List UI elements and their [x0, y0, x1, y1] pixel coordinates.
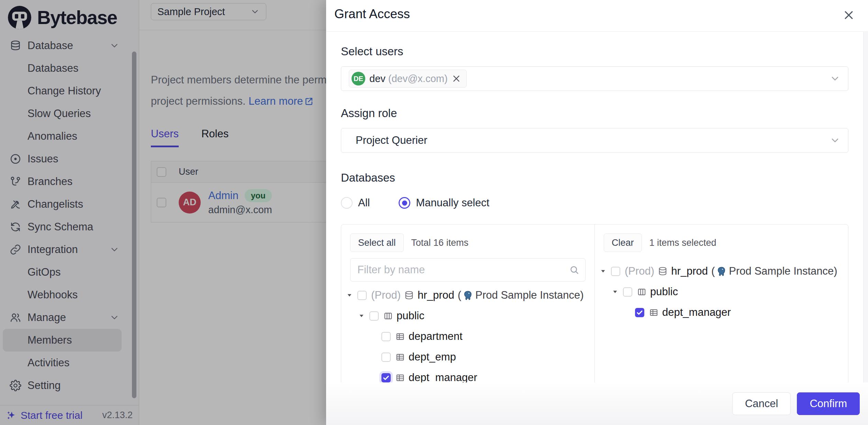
radio-manually-select-label: Manually select [416, 197, 489, 209]
tree-node-public: public [599, 282, 848, 302]
avatar: DE [352, 72, 365, 85]
instance-paren: ( [711, 265, 715, 277]
checkbox-public[interactable] [623, 287, 632, 297]
caret-down-icon[interactable] [599, 267, 607, 275]
schema-icon [383, 311, 393, 321]
database-icon [404, 290, 414, 300]
search-icon [569, 265, 579, 275]
radio-circle-selected [399, 197, 410, 209]
assign-role-select[interactable]: Project Querier [341, 128, 848, 153]
database-scope-radios: All Manually select [341, 197, 848, 209]
database-transfer: Select all Total 16 items (Prod)hr_prod(… [341, 224, 848, 382]
table-name: dept_manager [409, 371, 477, 382]
selected-user-tag: DE dev (dev@x.com) [349, 70, 467, 88]
checkbox-department[interactable] [381, 332, 391, 341]
instance-name: Prod Sample Instance) [729, 265, 837, 277]
caret-down-icon[interactable] [358, 312, 365, 320]
radio-manually-select[interactable]: Manually select [399, 197, 489, 209]
checkbox-checked-dept-manager[interactable] [381, 373, 391, 382]
selected-count-label: 1 items selected [649, 238, 716, 248]
dialog-footer: Cancel Confirm [326, 382, 868, 425]
schema-icon [637, 287, 647, 297]
checkbox-hr-prod[interactable] [611, 267, 620, 276]
dialog-body: Select users DE dev (dev@x.com) Assign r… [326, 32, 863, 382]
checkbox-dept-emp[interactable] [381, 353, 391, 362]
chevron-down-icon [830, 73, 841, 84]
table-icon [395, 332, 405, 342]
database-icon [658, 266, 668, 276]
table-name: dept_manager [662, 306, 731, 319]
select-users-label: Select users [341, 45, 848, 58]
total-items-label: Total 16 items [411, 238, 469, 248]
tree-node-dept-manager: dept_manager [346, 367, 594, 382]
table-icon [395, 352, 405, 362]
tree-node-public: public [346, 306, 594, 326]
tree-node-hr-prod: (Prod)hr_prod(Prod Sample Instance) [599, 261, 848, 282]
databases-label: Databases [341, 171, 848, 184]
database-name: hr_prod [418, 289, 454, 301]
select-users-input[interactable]: DE dev (dev@x.com) [341, 66, 848, 91]
tree-node-department: department [346, 326, 594, 347]
transfer-target-pane: Clear 1 items selected (Prod)hr_prod(Pro… [595, 225, 848, 382]
checkbox-checked-dept-manager[interactable] [635, 308, 644, 317]
tree-node-hr-prod: (Prod)hr_prod(Prod Sample Instance) [346, 285, 594, 306]
radio-all[interactable]: All [341, 197, 370, 209]
tree-node-dept-emp: dept_emp [346, 347, 594, 367]
environment-label: (Prod) [371, 289, 401, 301]
grant-access-dialog: Grant Access Select users DE dev (dev@x.… [326, 0, 868, 425]
schema-name: public [650, 286, 678, 298]
dialog-scrollbar[interactable] [863, 32, 868, 425]
schema-name: public [397, 310, 424, 322]
cancel-button[interactable]: Cancel [732, 392, 791, 415]
radio-all-label: All [358, 197, 370, 209]
source-tree: (Prod)hr_prod(Prod Sample Instance)publi… [341, 285, 594, 382]
target-pane-header: Clear 1 items selected [595, 225, 848, 252]
confirm-button[interactable]: Confirm [797, 392, 860, 415]
table-name: department [409, 330, 463, 343]
table-name: dept_emp [409, 351, 456, 363]
clear-button[interactable]: Clear [604, 233, 642, 252]
dialog-title: Grant Access [334, 7, 410, 21]
remove-user-icon[interactable] [452, 74, 461, 83]
chevron-down-icon [830, 135, 841, 146]
environment-label: (Prod) [625, 265, 654, 277]
source-pane-header: Select all Total 16 items [341, 225, 594, 252]
table-icon [649, 308, 659, 318]
target-tree: (Prod)hr_prod(Prod Sample Instance)publi… [595, 261, 848, 323]
instance-paren: ( [458, 289, 461, 301]
caret-down-icon[interactable] [346, 291, 353, 299]
checkbox-hr-prod[interactable] [357, 291, 367, 300]
tree-node-dept-manager: dept_manager [599, 302, 848, 323]
postgresql-icon [716, 266, 727, 277]
instance-name: Prod Sample Instance) [475, 289, 583, 301]
radio-circle [341, 197, 353, 209]
postgresql-icon [463, 290, 473, 301]
checkbox-public[interactable] [369, 311, 379, 321]
tag-user-name: dev [369, 73, 386, 84]
assign-role-value: Project Querier [356, 134, 427, 147]
close-icon[interactable] [841, 8, 856, 23]
caret-down-icon[interactable] [611, 288, 619, 296]
database-name: hr_prod [671, 265, 708, 277]
dialog-header: Grant Access [326, 0, 868, 32]
table-icon [395, 373, 405, 383]
assign-role-label: Assign role [341, 107, 848, 120]
filter-field [350, 258, 586, 282]
bytebase-app: Bytebase DatabaseDatabasesChange History… [0, 0, 868, 425]
select-all-button[interactable]: Select all [350, 233, 404, 252]
transfer-source-pane: Select all Total 16 items (Prod)hr_prod(… [341, 225, 595, 382]
tag-user-email: (dev@x.com) [388, 73, 448, 84]
filter-by-name-input[interactable] [350, 258, 586, 282]
